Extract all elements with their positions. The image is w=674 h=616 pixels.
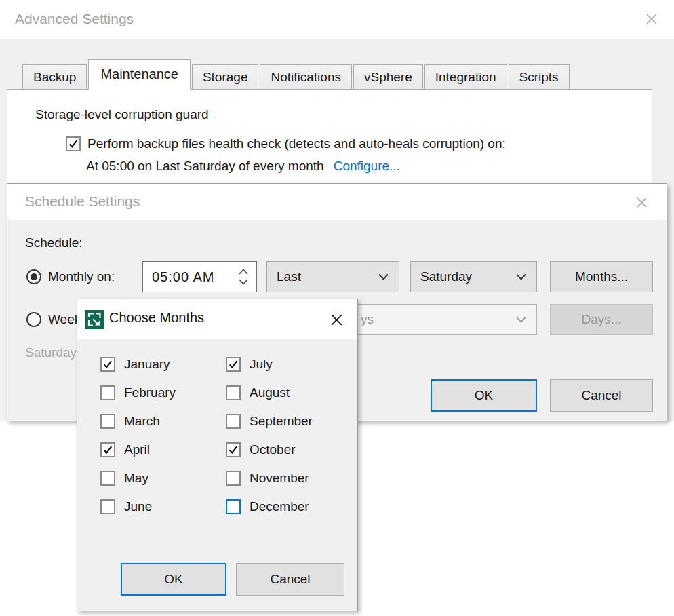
months-button[interactable]: Months... bbox=[550, 261, 653, 292]
health-check-checkbox[interactable] bbox=[66, 136, 81, 151]
month-checkbox-december[interactable]: December bbox=[226, 499, 313, 514]
spinner-up-icon[interactable] bbox=[239, 269, 248, 275]
corruption-guard-group: Storage-level corruption guard bbox=[35, 107, 331, 122]
month-label: July bbox=[250, 357, 273, 372]
close-icon[interactable] bbox=[641, 9, 662, 29]
month-label: March bbox=[124, 414, 160, 429]
checkbox[interactable] bbox=[226, 357, 241, 372]
checkbox[interactable] bbox=[100, 414, 115, 429]
checkbox[interactable] bbox=[100, 442, 115, 457]
month-checkbox-july[interactable]: July bbox=[226, 357, 313, 372]
schedule-settings-titlebar: Schedule Settings bbox=[7, 184, 667, 220]
monthly-weekday-value: Saturday bbox=[420, 262, 472, 292]
group-title: Storage-level corruption guard bbox=[35, 107, 209, 122]
month-label: February bbox=[124, 385, 176, 400]
monthly-radio-label[interactable]: Monthly on: bbox=[48, 261, 115, 292]
screen: Advanced Settings BackupMaintenanceStora… bbox=[0, 0, 674, 616]
monthly-ordinal-value: Last bbox=[277, 262, 301, 292]
tab-strip: BackupMaintenanceStorageNotificationsvSp… bbox=[22, 59, 571, 90]
advanced-settings-title: Advanced Settings bbox=[15, 11, 134, 27]
month-checkbox-june[interactable]: June bbox=[100, 499, 176, 514]
schedule-label: Schedule: bbox=[25, 235, 83, 250]
choose-months-ok-button[interactable]: OK bbox=[121, 563, 226, 596]
month-label: September bbox=[250, 414, 313, 429]
month-label: October bbox=[250, 442, 296, 457]
close-icon[interactable] bbox=[631, 192, 652, 212]
checkbox[interactable] bbox=[100, 499, 115, 514]
checkbox[interactable] bbox=[100, 357, 115, 372]
chevron-down-icon bbox=[516, 316, 526, 323]
month-label: April bbox=[124, 442, 150, 457]
month-label: December bbox=[250, 499, 309, 514]
choose-months-cancel-button[interactable]: Cancel bbox=[236, 563, 344, 596]
checkbox[interactable] bbox=[226, 499, 241, 514]
tab-scripts[interactable]: Scripts bbox=[509, 64, 570, 90]
time-spinner bbox=[236, 262, 251, 292]
months-column-right: JulyAugustSeptemberOctoberNovemberDecemb… bbox=[226, 357, 313, 528]
schedule-ok-button[interactable]: OK bbox=[431, 379, 537, 412]
month-label: November bbox=[250, 471, 309, 486]
month-label: August bbox=[250, 385, 290, 400]
tab-vsphere[interactable]: vSphere bbox=[353, 64, 423, 90]
checkbox[interactable] bbox=[226, 414, 241, 429]
tab-storage[interactable]: Storage bbox=[192, 64, 259, 90]
health-check-label: Perform backup files health check (detec… bbox=[87, 136, 506, 151]
days-button: Days... bbox=[550, 304, 653, 335]
health-check-summary: At 05:00 on Last Saturday of every month bbox=[86, 159, 324, 174]
tab-integration[interactable]: Integration bbox=[424, 64, 507, 90]
month-checkbox-october[interactable]: October bbox=[226, 442, 313, 457]
tab-notifications[interactable]: Notifications bbox=[260, 64, 352, 90]
checkbox[interactable] bbox=[226, 442, 241, 457]
chevron-down-icon bbox=[378, 273, 389, 280]
tab-maintenance[interactable]: Maintenance bbox=[88, 59, 191, 90]
choose-months-title: Choose Months bbox=[109, 310, 204, 326]
advanced-settings-titlebar: Advanced Settings bbox=[0, 0, 674, 39]
choose-months-dialog: Choose Months JanuaryFebruaryMarchAprilM… bbox=[77, 299, 358, 611]
month-label: January bbox=[124, 357, 170, 372]
monthly-time-input[interactable]: 05:00 AM bbox=[142, 261, 257, 292]
chevron-down-icon bbox=[516, 273, 526, 280]
month-checkbox-january[interactable]: January bbox=[100, 357, 176, 372]
month-label: May bbox=[124, 471, 148, 486]
choose-months-titlebar: Choose Months bbox=[77, 299, 357, 340]
spinner-down-icon[interactable] bbox=[239, 279, 248, 285]
month-checkbox-september[interactable]: September bbox=[226, 414, 313, 429]
monthly-time-value: 05:00 AM bbox=[152, 262, 215, 292]
veeam-app-icon bbox=[85, 310, 104, 329]
schedule-hint-text: Saturday bbox=[25, 345, 77, 360]
month-checkbox-april[interactable]: April bbox=[100, 442, 176, 457]
month-checkbox-may[interactable]: May bbox=[100, 471, 176, 486]
checkbox[interactable] bbox=[226, 471, 241, 486]
monthly-weekday-dropdown[interactable]: Saturday bbox=[410, 261, 537, 292]
schedule-settings-title: Schedule Settings bbox=[25, 193, 140, 210]
configure-link[interactable]: Configure... bbox=[334, 159, 400, 174]
month-checkbox-august[interactable]: August bbox=[226, 385, 313, 400]
month-checkbox-march[interactable]: March bbox=[100, 414, 176, 429]
monthly-radio[interactable] bbox=[26, 269, 41, 284]
close-icon[interactable] bbox=[326, 309, 346, 330]
monthly-ordinal-dropdown[interactable]: Last bbox=[266, 261, 399, 292]
month-checkbox-february[interactable]: February bbox=[100, 385, 176, 400]
checkbox[interactable] bbox=[226, 385, 241, 400]
tab-backup[interactable]: Backup bbox=[22, 64, 87, 90]
checkbox[interactable] bbox=[100, 471, 115, 486]
schedule-cancel-button[interactable]: Cancel bbox=[550, 379, 653, 412]
month-label: June bbox=[124, 499, 152, 514]
weekly-radio[interactable] bbox=[26, 312, 41, 327]
months-column-left: JanuaryFebruaryMarchAprilMayJune bbox=[100, 357, 176, 528]
checkbox[interactable] bbox=[100, 385, 115, 400]
month-checkbox-november[interactable]: November bbox=[226, 471, 313, 486]
weekly-days-value: ys bbox=[361, 305, 374, 334]
group-divider bbox=[216, 115, 331, 115]
